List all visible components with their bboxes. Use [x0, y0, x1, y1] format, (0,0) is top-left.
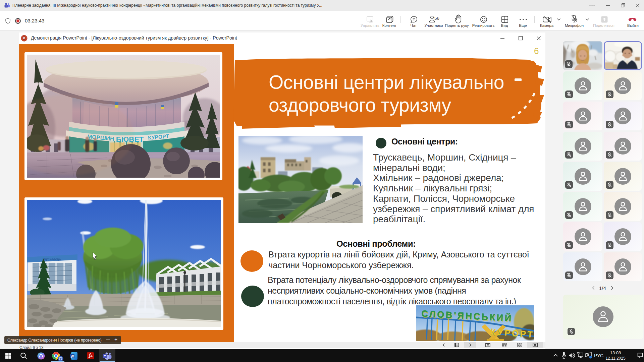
svg-text:T: T — [5, 5, 7, 7]
svg-text:T: T — [104, 355, 106, 358]
svg-text:Трускавець: Трускавець — [42, 257, 61, 261]
svg-text:W: W — [71, 355, 74, 358]
svg-text:P: P — [23, 37, 25, 40]
